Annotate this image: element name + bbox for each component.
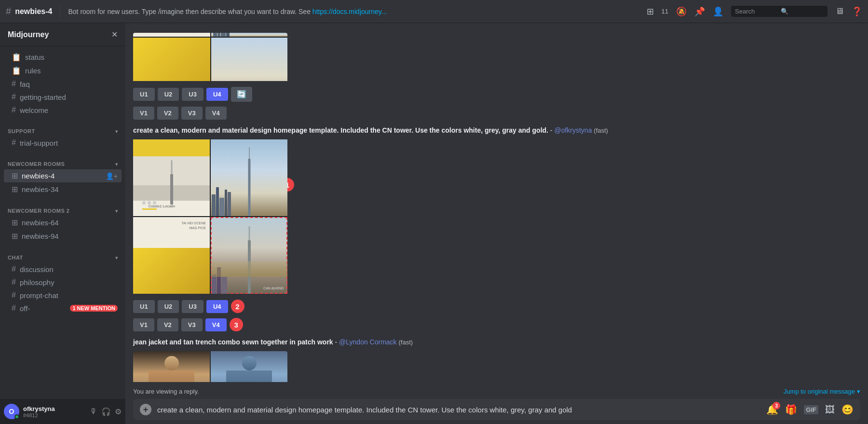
- sidebar-item-welcome[interactable]: # welcome: [4, 104, 122, 116]
- user-icons: 🎙 🎧 ⚙: [90, 407, 122, 416]
- input-wrapper: + 🔔 3 🎁 GIF 🖼 😊: [125, 397, 868, 424]
- v3-button[interactable]: V3: [181, 107, 203, 120]
- sidebar-item-newbies-4[interactable]: ⊞ newbies-4 👤+: [4, 169, 122, 182]
- u2-button-2[interactable]: U2: [158, 300, 179, 313]
- jump-chevron-icon: ▾: [857, 388, 860, 395]
- jacket-right: [211, 351, 287, 382]
- refresh-button[interactable]: 🔄: [231, 87, 252, 102]
- u1-button[interactable]: U1: [133, 88, 155, 101]
- newcomer2-expand-icon[interactable]: ▾: [115, 208, 118, 214]
- u2-button[interactable]: U2: [158, 88, 179, 101]
- bottom-section: You are viewing a reply. Jump to origina…: [125, 382, 868, 424]
- mic-icon[interactable]: 🎙: [90, 407, 97, 416]
- speed-badge-3: (fast): [399, 339, 413, 346]
- speed-badge: (fast): [594, 127, 608, 134]
- sidebar-item-label: faq: [20, 80, 118, 88]
- sidebar-item-trial-support[interactable]: # trial-support: [4, 137, 122, 149]
- sidebar-item-label: status: [25, 53, 118, 61]
- input-icons: 🔔 3 🎁 GIF 🖼 😊: [766, 404, 854, 415]
- user-bar: O ofkrystyna #4812 🎙 🎧 ⚙: [0, 399, 125, 424]
- server-header[interactable]: Midjourney ✕: [0, 23, 125, 46]
- hash-icon: #: [12, 106, 16, 114]
- sidebar-chat-section: CHAT ▾ # discussion # philosophy # promp…: [0, 247, 125, 319]
- hash-grid-icon: ⊞: [12, 232, 18, 241]
- sidebar-item-rules[interactable]: 📋 rules: [4, 64, 122, 77]
- emoji-icon[interactable]: 😊: [841, 404, 854, 415]
- sidebar-item-off-topic[interactable]: # off- 1 NEW MENTION: [4, 302, 122, 315]
- sidebar-item-label: welcome: [20, 106, 118, 114]
- headphones-icon[interactable]: 🎧: [101, 407, 111, 416]
- v2-button[interactable]: V2: [157, 107, 178, 120]
- u4-button-2-active[interactable]: U4: [206, 300, 228, 313]
- help-icon[interactable]: ❓: [852, 6, 862, 17]
- support-expand-icon[interactable]: ▾: [115, 129, 118, 134]
- members-count: 11: [662, 8, 668, 15]
- buttons-row-2b: V1 V2 V3 V4 3: [133, 315, 860, 333]
- hash-icon: #: [12, 278, 16, 287]
- add-user-icon[interactable]: 👤+: [106, 172, 118, 180]
- notification-count: 3: [773, 402, 780, 410]
- gift-icon[interactable]: 🎁: [785, 404, 797, 415]
- mute-icon[interactable]: 🔕: [676, 6, 687, 17]
- hash-icon: #: [12, 304, 16, 313]
- v2-button-2[interactable]: V2: [157, 318, 178, 331]
- mention-lyndon[interactable]: @Lyndon Cormack: [339, 338, 397, 346]
- sidebar-item-philosophy[interactable]: # philosophy: [4, 276, 122, 288]
- v4-button-2-active[interactable]: V4: [205, 318, 227, 331]
- sidebar-item-label: trial-support: [20, 139, 118, 147]
- add-attachment-button[interactable]: +: [140, 404, 151, 415]
- sidebar-item-getting-started[interactable]: # getting-started: [4, 91, 122, 103]
- sidebar-item-discussion[interactable]: # discussion: [4, 263, 122, 275]
- jump-to-original-button[interactable]: Jump to original message ▾: [784, 388, 860, 395]
- gen-quadrant-3: [133, 38, 210, 81]
- sidebar-item-newbies-34[interactable]: ⊞ newbies-34: [4, 183, 122, 196]
- u3-button-2[interactable]: U3: [182, 300, 203, 313]
- sidebar-item-label: rules: [25, 67, 118, 75]
- sidebar-item-newbies-94[interactable]: ⊞ newbies-94: [4, 230, 122, 243]
- v1-button-2[interactable]: V1: [133, 318, 154, 331]
- chat-input[interactable]: [157, 406, 760, 414]
- sticker-icon[interactable]: 🖼: [825, 404, 835, 415]
- chat-section-label: CHAT ▾: [0, 251, 125, 262]
- newcomer-expand-icon[interactable]: ▾: [115, 162, 118, 167]
- chat-expand-icon[interactable]: ▾: [115, 255, 118, 260]
- v3-button-2[interactable]: V3: [181, 318, 203, 331]
- search-icon: 🔍: [781, 8, 824, 15]
- avatar: O: [4, 404, 19, 419]
- notification-wrapper: 🔔 3: [766, 404, 778, 415]
- sidebar-item-newbies-64[interactable]: ⊞ newbies-64: [4, 216, 122, 229]
- reply-notice: You are viewing a reply.: [133, 386, 199, 397]
- add-member-icon[interactable]: 👤: [713, 6, 723, 17]
- u1-button-2[interactable]: U1: [133, 300, 155, 313]
- docs-link[interactable]: https://docs.midjourney...: [312, 8, 387, 15]
- newcomer2-section-label: NEWCOMER ROOMS 2 ▾: [0, 204, 125, 216]
- gen-quadrant-2-4: CAN A|H0ND: [211, 217, 287, 294]
- v4-button[interactable]: V4: [205, 107, 227, 120]
- sidebar: Midjourney ✕ 📋 status 📋 rules # faq # ge…: [0, 23, 125, 424]
- v1-button[interactable]: V1: [133, 107, 154, 120]
- user-discriminator: #4812: [23, 412, 86, 418]
- u4-button-active[interactable]: U4: [206, 88, 228, 101]
- message-block-3: jean jacket and tan trench combo sewn to…: [125, 335, 868, 382]
- settings-icon[interactable]: ⚙: [115, 407, 122, 416]
- sidebar-item-faq[interactable]: # faq: [4, 78, 122, 90]
- mention-ofkrystyna[interactable]: @ofkrystyna: [554, 126, 592, 134]
- sidebar-newcomer-section: NEWCOMER ROOMS ▾ ⊞ newbies-4 👤+ ⊞ newbie…: [0, 153, 125, 200]
- online-status-indicator: [14, 414, 19, 419]
- hash-icon: #: [12, 93, 16, 101]
- main-layout: Midjourney ✕ 📋 status 📋 rules # faq # ge…: [0, 23, 868, 424]
- members-icon[interactable]: ⊞: [647, 6, 654, 17]
- message-block-1: U1 U2 U3 U4 🔄 V1 V2 V3 V4: [125, 31, 868, 123]
- gif-icon[interactable]: GIF: [804, 405, 818, 414]
- search-box[interactable]: Search 🔍: [731, 6, 827, 17]
- gen-image-wrapper-2: 1 Cotolo1 Localln: [133, 139, 287, 294]
- sidebar-item-status[interactable]: 📋 status: [4, 51, 122, 64]
- sidebar-item-prompt-chat[interactable]: # prompt-chat: [4, 289, 122, 301]
- monitor-icon[interactable]: 🖥: [835, 6, 844, 16]
- u3-button[interactable]: U3: [182, 88, 203, 101]
- pin-icon[interactable]: 📌: [694, 6, 705, 17]
- sidebar-item-label: discussion: [20, 265, 118, 274]
- sidebar-item-label: newbies-64: [22, 219, 118, 227]
- buttons-row-1b: V1 V2 V3 V4: [133, 104, 860, 122]
- messages-container[interactable]: U1 U2 U3 U4 🔄 V1 V2 V3 V4 create a clean…: [125, 23, 868, 382]
